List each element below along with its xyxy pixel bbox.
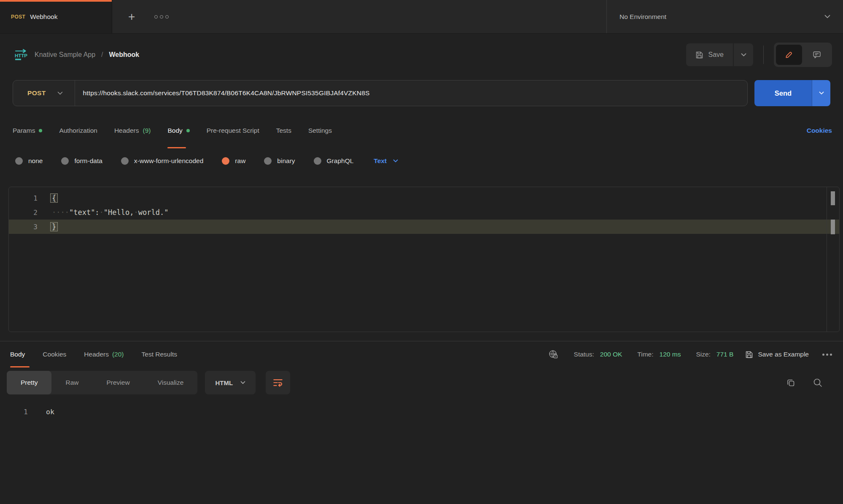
editor-scrollbar[interactable] [827, 187, 839, 332]
response-meta: Status: 200 OK Time: 120 ms Size: 771 B … [548, 349, 832, 360]
line-number: 3 [17, 223, 38, 231]
view-preview[interactable]: Preview [93, 371, 144, 394]
body-type-none[interactable]: none [15, 157, 43, 165]
body-type-form-data[interactable]: form-data [61, 157, 102, 165]
view-pretty-label: Pretty [21, 379, 38, 386]
raw-format-dropdown[interactable]: Text [374, 157, 398, 165]
environment-selector[interactable]: No Environment [606, 0, 843, 33]
wrap-text-icon [273, 378, 283, 387]
whitespace-dot: · [100, 208, 104, 217]
scrollbar-mark [831, 191, 835, 205]
method-dropdown[interactable]: POST [13, 89, 75, 97]
copy-icon[interactable] [786, 378, 796, 388]
body-type-binary[interactable]: binary [264, 157, 295, 165]
request-toolbar: HTTP Knative Sample App / Webhook Save [0, 34, 843, 76]
tab-body[interactable]: Body [167, 113, 189, 148]
toolbar-divider [763, 46, 764, 64]
view-pretty[interactable]: Pretty [7, 371, 51, 394]
send-options-button[interactable] [812, 80, 830, 106]
tab-tests[interactable]: Tests [276, 113, 291, 148]
editor-line-1[interactable]: 1 { [9, 191, 839, 205]
view-raw[interactable]: Raw [51, 371, 92, 394]
search-icon[interactable] [813, 378, 823, 388]
request-body-editor[interactable]: 1 { 2 ····"text":·"Hello,·world." 3 } [8, 187, 840, 332]
body-type-urlencoded-label: x-www-form-urlencoded [134, 157, 204, 165]
body-type-raw[interactable]: raw [222, 157, 245, 165]
edit-documentation-button[interactable] [776, 45, 802, 65]
send-button[interactable]: Send [754, 80, 812, 106]
tab-headers[interactable]: Headers (9) [114, 113, 151, 148]
wrap-lines-button[interactable] [266, 371, 290, 394]
chevron-down-icon [393, 159, 398, 163]
comment-icon [813, 51, 821, 59]
tab-pre-request-script[interactable]: Pre-request Script [207, 113, 259, 148]
radio-selected-icon [222, 157, 229, 165]
time-label: Time: [637, 351, 653, 358]
chevron-down-icon [824, 15, 830, 19]
response-pane: Body Cookies Headers (20) Test Results S… [0, 341, 843, 426]
breadcrumb-request-name[interactable]: Webhook [109, 51, 140, 59]
body-type-graphql-label: GraphQL [327, 157, 354, 165]
json-key-token: "text": [69, 208, 100, 217]
view-raw-label: Raw [65, 379, 78, 386]
new-tab-button[interactable]: + [128, 11, 135, 23]
editor-line-2[interactable]: 2 ····"text":·"Hello,·world." [9, 205, 839, 220]
url-input[interactable] [75, 89, 747, 97]
response-tab-test-results-label: Test Results [142, 351, 177, 358]
side-panel-toggles [774, 43, 832, 67]
active-tab-underline [10, 366, 30, 367]
request-tab-webhook[interactable]: POST Webhook [0, 0, 112, 33]
size-value[interactable]: 771 B [716, 351, 734, 358]
save-button[interactable]: Save [686, 43, 733, 66]
tab-authorization[interactable]: Authorization [59, 113, 97, 148]
active-tab-underline [167, 147, 186, 148]
chevron-down-icon [741, 53, 746, 56]
scrollbar-mark [831, 220, 835, 234]
breadcrumb-collection[interactable]: Knative Sample App [35, 51, 95, 59]
tab-authorization-label: Authorization [59, 127, 97, 134]
save-options-button[interactable] [734, 43, 753, 66]
cookies-link[interactable]: Cookies [807, 127, 832, 134]
tab-settings[interactable]: Settings [308, 113, 332, 148]
tab-headers-label: Headers [114, 127, 139, 134]
comments-button[interactable] [804, 45, 830, 65]
time-value[interactable]: 120 ms [660, 351, 681, 358]
headers-count-badge: (9) [143, 127, 151, 134]
response-body-viewer[interactable]: 1 ok [0, 398, 843, 426]
save-button-label: Save [708, 51, 724, 59]
json-value-token: world." [138, 208, 169, 217]
request-bar: POST [13, 80, 748, 106]
response-tab-cookies[interactable]: Cookies [43, 341, 66, 367]
response-format-dropdown[interactable]: HTML [205, 371, 256, 394]
view-visualize[interactable]: Visualize [144, 371, 198, 394]
status-value[interactable]: 200 OK [600, 351, 622, 358]
close-brace-token: } [50, 222, 58, 231]
body-type-graphql[interactable]: GraphQL [314, 157, 354, 165]
globe-lock-icon[interactable] [548, 349, 559, 360]
save-as-example-label: Save as Example [758, 351, 809, 358]
response-tab-cookies-label: Cookies [43, 351, 66, 358]
editor-line-3-active[interactable]: 3 } [9, 220, 839, 234]
tab-options-icon[interactable] [154, 15, 169, 19]
svg-text:HTTP: HTTP [15, 53, 27, 58]
save-as-example-button[interactable]: Save as Example [745, 351, 809, 359]
line-number: 2 [17, 209, 38, 217]
body-modified-dot-icon [186, 129, 190, 132]
body-type-urlencoded[interactable]: x-www-form-urlencoded [121, 157, 204, 165]
response-view-toolbar: Pretty Raw Preview Visualize HTML [0, 367, 843, 398]
response-view-switcher: Pretty Raw Preview Visualize [7, 371, 197, 394]
radio-icon [61, 157, 69, 165]
response-options-icon[interactable] [822, 354, 832, 356]
tab-params[interactable]: Params [13, 113, 42, 148]
method-label: POST [27, 89, 46, 97]
toolbar-actions: Save [686, 43, 832, 67]
response-tab-headers-label: Headers [84, 351, 109, 358]
send-split-button: Send [754, 80, 830, 106]
whitespace-dots: ···· [52, 208, 69, 217]
response-tab-body[interactable]: Body [10, 341, 25, 367]
response-tab-test-results[interactable]: Test Results [142, 341, 177, 367]
response-tab-headers[interactable]: Headers (20) [84, 341, 124, 367]
radio-icon [314, 157, 321, 165]
body-type-none-label: none [28, 157, 43, 165]
tab-tests-label: Tests [276, 127, 291, 134]
